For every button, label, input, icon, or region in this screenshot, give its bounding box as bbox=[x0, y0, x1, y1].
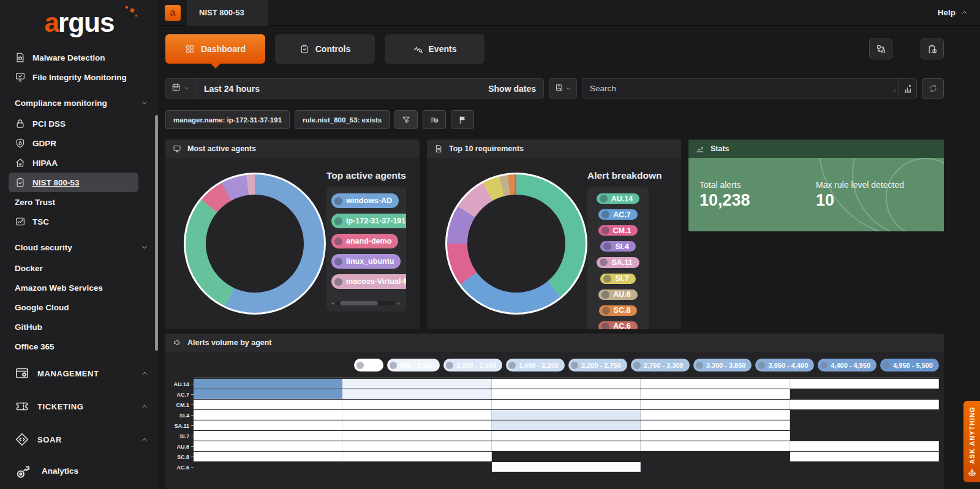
heatmap-cell-au-6-2[interactable] bbox=[492, 441, 641, 451]
heatmap-cell-ac-6-0[interactable] bbox=[194, 462, 342, 472]
resize-handle[interactable] bbox=[889, 85, 897, 92]
heatmap-cell-si-7-1[interactable] bbox=[342, 431, 491, 441]
legend-pill-macoss-virtual-mac[interactable]: macoss-Virtual-Mac bbox=[331, 274, 406, 289]
sidebar-item-docker[interactable]: Docker bbox=[15, 258, 149, 278]
sidebar-item-pci-dss[interactable]: PCI DSS bbox=[15, 114, 149, 133]
heatmap-legend-pill-5[interactable]: 2,750 - 3,300 bbox=[631, 359, 690, 371]
filter-pill-rule-nist-800-53[interactable]: rule.nist_800_53: exists bbox=[295, 110, 390, 129]
heatmap-cell-au-14-3[interactable] bbox=[641, 379, 790, 389]
heatmap-cell-si-7-2[interactable] bbox=[492, 431, 641, 441]
heatmap-cell-au-14-0[interactable] bbox=[194, 379, 342, 389]
funnel-button[interactable] bbox=[394, 110, 418, 129]
heatmap-cell-cm-1-2[interactable] bbox=[492, 400, 641, 409]
save-query-button[interactable] bbox=[549, 78, 577, 99]
heatmap-legend-pill-4[interactable]: 2,200 - 2,750 bbox=[568, 359, 627, 371]
tab-dashboard[interactable]: Dashboard bbox=[165, 34, 265, 64]
heatmap-cell-si-4-2[interactable] bbox=[492, 410, 641, 420]
date-picker-button[interactable] bbox=[166, 79, 195, 98]
heatmap-cell-au-6-3[interactable] bbox=[641, 441, 790, 451]
heatmap-cell-ac-7-0[interactable] bbox=[194, 389, 342, 399]
heatmap-cell-sa-11-4[interactable] bbox=[790, 420, 939, 430]
heatmap-cell-sc-8-0[interactable] bbox=[194, 452, 342, 461]
sidebar-item-github[interactable]: GitHub bbox=[15, 317, 149, 337]
heatmap-cell-cm-1-1[interactable] bbox=[342, 400, 491, 409]
ask-anything-button[interactable]: ASK ANYTHING bbox=[963, 401, 980, 482]
heatmap-cell-cm-1-4[interactable] bbox=[790, 400, 939, 409]
heatmap-cell-ac-7-3[interactable] bbox=[641, 389, 790, 399]
sidebar-item-compliance-monitoring[interactable]: Compliance monitoring bbox=[15, 92, 149, 114]
sidebar-item-analytics[interactable]: Analytics bbox=[15, 455, 149, 486]
legend-pill-au-6[interactable]: AU.6 bbox=[598, 289, 637, 300]
legend-pill-anand-demo[interactable]: anand-demo bbox=[331, 234, 398, 248]
scroll-thumb[interactable] bbox=[340, 301, 378, 305]
tab-controls[interactable]: Controls bbox=[275, 34, 375, 64]
sidebar-item-cloud-security[interactable]: Cloud security bbox=[15, 236, 149, 258]
sidebar-item-office-365[interactable]: Office 365 bbox=[15, 337, 149, 356]
time-range-value[interactable]: Last 24 hours bbox=[195, 84, 488, 94]
heatmap-cell-au-14-1[interactable] bbox=[342, 379, 491, 389]
heatmap-cell-ac-7-4[interactable] bbox=[790, 389, 939, 399]
legend-pill-ac-6[interactable]: AC.6 bbox=[598, 321, 637, 329]
legend-pill-ip-172-31-37-191[interactable]: ip-172-31-37-191 bbox=[331, 214, 406, 228]
show-dates-button[interactable]: Show dates bbox=[488, 84, 543, 94]
heatmap-cell-sa-11-1[interactable] bbox=[342, 420, 491, 430]
heatmap-legend-pill-7[interactable]: 3,850 - 4,400 bbox=[755, 359, 814, 371]
heatmap-legend-pill-2[interactable]: 1,100 - 1,650 bbox=[443, 359, 502, 371]
sidebar-item-malware-detection[interactable]: Malware Detection bbox=[15, 48, 149, 67]
refresh-button[interactable] bbox=[922, 78, 944, 99]
heatmap-legend-pill-8[interactable]: 4,400 - 4,950 bbox=[818, 359, 876, 371]
heatmap-cell-sa-11-0[interactable] bbox=[194, 420, 342, 430]
heatmap-cell-si-7-0[interactable] bbox=[194, 431, 342, 441]
sidebar-item-soar[interactable]: SOAR bbox=[15, 424, 149, 455]
heatmap-cell-si-4-1[interactable] bbox=[342, 410, 491, 420]
heatmap-cell-sa-11-2[interactable] bbox=[492, 420, 641, 430]
sidebar-item-google-cloud[interactable]: Google Cloud bbox=[15, 297, 149, 317]
clipboard-clock-button[interactable] bbox=[921, 39, 944, 59]
heatmap-cell-sc-8-2[interactable] bbox=[492, 452, 641, 461]
flag-button[interactable] bbox=[451, 110, 474, 129]
heatmap-cell-si-4-4[interactable] bbox=[790, 410, 939, 420]
legend-pill-cm-1[interactable]: CM.1 bbox=[598, 225, 638, 236]
app-tab-nist[interactable]: NIST 800-53 bbox=[187, 0, 268, 26]
sidebar-item-zero-trust[interactable]: Zero Trust bbox=[15, 192, 149, 212]
agents-donut-chart[interactable] bbox=[184, 173, 326, 315]
legend-pill-au-14[interactable]: AU.14 bbox=[597, 193, 639, 204]
flow-button[interactable] bbox=[869, 39, 892, 59]
heatmap-cell-au-6-0[interactable] bbox=[194, 441, 342, 451]
heatmap-legend-pill-6[interactable]: 3,300 - 3,850 bbox=[693, 359, 752, 371]
sidebar-scrollbar[interactable] bbox=[155, 115, 158, 351]
heatmap-cell-sc-8-3[interactable] bbox=[641, 452, 790, 461]
heatmap-cell-ac-6-3[interactable] bbox=[641, 462, 790, 472]
legend-pill-si-7[interactable]: SI.7 bbox=[600, 274, 635, 284]
filter-pill-manager-name[interactable]: manager.name: ip-172-31-37-191 bbox=[165, 110, 290, 129]
heatmap-cell-au-6-1[interactable] bbox=[342, 441, 491, 451]
visualize-icon[interactable] bbox=[898, 79, 916, 98]
sidebar-item-file-integrity-monitoring[interactable]: File Integrity Monitoring bbox=[15, 67, 149, 87]
heatmap-cell-cm-1-0[interactable] bbox=[194, 400, 342, 409]
heatmap-cell-si-4-0[interactable] bbox=[194, 410, 342, 420]
help-button[interactable]: Help bbox=[938, 8, 980, 17]
legend-pill-sa-11[interactable]: SA.11 bbox=[597, 257, 639, 267]
legend-pill-sc-8[interactable]: SC.8 bbox=[599, 305, 638, 316]
legend-pill-ac-7[interactable]: AC.7 bbox=[598, 209, 637, 220]
search-input[interactable] bbox=[582, 84, 889, 93]
heatmap-legend-pill-1[interactable]: 550 - 1,100 bbox=[387, 359, 440, 371]
heatmap-cell-sc-8-4[interactable] bbox=[790, 452, 939, 461]
heatmap-cell-ac-6-4[interactable] bbox=[790, 462, 939, 472]
heatmap-cell-si-7-3[interactable] bbox=[641, 431, 790, 441]
heatmap-cell-cm-1-3[interactable] bbox=[641, 400, 790, 409]
sidebar-item-gdpr[interactable]: GDPR bbox=[15, 133, 149, 153]
add-filter-button[interactable] bbox=[423, 110, 446, 129]
sidebar-item-amazon-web-services[interactable]: Amazon Web Services bbox=[15, 278, 149, 297]
heatmap-legend-pill-9[interactable]: 4,950 - 5,500 bbox=[880, 359, 939, 371]
legend-scrollbar[interactable]: ◂▸ bbox=[331, 300, 400, 305]
sidebar-item-hipaa[interactable]: HIPAA bbox=[15, 153, 149, 173]
legend-pill-linux-ubuntu[interactable]: linux_ubuntu bbox=[331, 254, 401, 269]
heatmap-legend-pill-0[interactable] bbox=[354, 359, 383, 371]
collapse-sidebar-arrow[interactable]: ◂ bbox=[155, 120, 158, 126]
heatmap-cell-ac-6-2[interactable] bbox=[492, 462, 641, 472]
sidebar-item-tsc[interactable]: TSC bbox=[15, 212, 149, 231]
legend-pill-si-4[interactable]: SI.4 bbox=[600, 241, 635, 252]
sidebar-item-management[interactable]: MANAGEMENT bbox=[15, 357, 149, 389]
heatmap-cell-ac-7-2[interactable] bbox=[492, 389, 641, 399]
